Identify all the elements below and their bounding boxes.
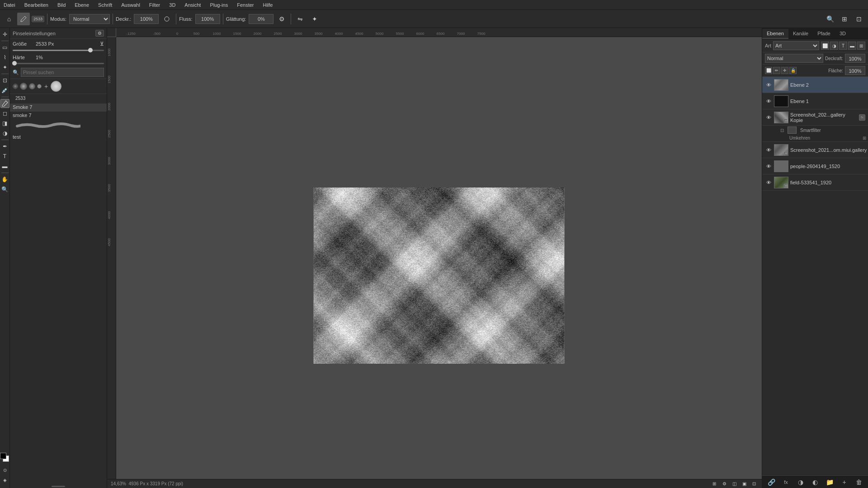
layer-item-screenshot-kopie[interactable]: 👁 ⊞ Screenshot_202...gallery Kopie fx [762, 109, 868, 126]
layer-visibility-screenshot-kopie[interactable]: 👁 [765, 114, 772, 121]
lock-pixels-btn[interactable]: ✏ [773, 67, 780, 74]
preset-5[interactable] [51, 81, 61, 92]
menu-item-3d[interactable]: 3D [167, 1, 177, 9]
layer-fx-icon[interactable]: fx [859, 114, 865, 121]
canvas-viewport[interactable] [116, 37, 762, 479]
status-icon-3[interactable]: ◫ [730, 480, 738, 488]
preset-4[interactable] [37, 84, 42, 89]
filter-icon-text[interactable]: T [839, 42, 847, 50]
crop-tool[interactable]: ⊡ [0, 76, 9, 85]
status-icon-5[interactable]: ⊡ [750, 480, 758, 488]
smartfilter-item[interactable]: ⊡ Smartfilter [778, 126, 868, 135]
menu-item-ansicht[interactable]: Ansicht [183, 1, 203, 9]
fill-value[interactable]: 100% [845, 66, 865, 75]
flow-input[interactable] [195, 14, 220, 24]
preset-1[interactable] [13, 84, 18, 89]
filter-icon-pixel[interactable]: ⬜ [821, 42, 829, 50]
hardness-slider-thumb[interactable] [12, 61, 17, 66]
magic-wand-tool[interactable]: ✦ [0, 63, 9, 72]
marquee-tool[interactable]: ▭ [0, 43, 9, 52]
foreground-color[interactable] [0, 453, 6, 459]
menu-item-hilfe[interactable]: Hilfe [261, 1, 274, 9]
menu-item-datei[interactable]: Datei [2, 1, 17, 9]
brush-search-input[interactable] [21, 68, 104, 77]
layer-visibility-field[interactable]: 👁 [765, 179, 772, 186]
tab-ebenen[interactable]: Ebenen [762, 29, 788, 39]
home-button[interactable]: ⌂ [3, 13, 15, 25]
add-mask-btn[interactable]: ◑ [796, 478, 805, 487]
layer-item-ebene2[interactable]: 👁 Ebene 2 [762, 77, 868, 93]
hand-tool[interactable]: ✋ [0, 175, 9, 184]
menu-item-schrift[interactable]: Schrift [96, 1, 114, 9]
opacity-input[interactable] [134, 14, 159, 24]
masks-button[interactable]: ⊙ [0, 465, 9, 474]
gradient-tool[interactable]: ◨ [0, 119, 9, 128]
brush-size-expand[interactable]: ⊻ [100, 41, 104, 47]
size-slider-thumb[interactable] [88, 48, 93, 52]
link-layers-btn[interactable]: 🔗 [767, 478, 776, 487]
text-tool[interactable]: T [0, 152, 9, 161]
brush-tool[interactable] [0, 99, 9, 108]
filter-icon-smart[interactable]: ⊞ [857, 42, 865, 50]
symmetry-button[interactable]: ⇋ [294, 13, 307, 25]
zoom-tool[interactable]: 🔍 [0, 185, 9, 194]
eyedropper-tool[interactable]: 💉 [0, 86, 9, 95]
adjustment-btn[interactable]: ◐ [811, 478, 820, 487]
layer-visibility-ebene1[interactable]: 👁 [765, 98, 772, 105]
pressure-button[interactable]: ✦ [308, 13, 321, 25]
brush-item-smoke7[interactable]: smoke 7 [10, 112, 107, 133]
lock-position-btn[interactable]: ✛ [781, 67, 788, 74]
preset-3[interactable] [29, 83, 35, 89]
shape-tool[interactable]: ▬ [0, 162, 9, 171]
tab-kanaele[interactable]: Kanäle [788, 29, 813, 39]
add-preset-button[interactable]: + [43, 84, 49, 89]
menu-item-filter[interactable]: Filter [147, 1, 162, 9]
preset-2[interactable] [20, 83, 27, 90]
blend-mode-select[interactable]: Normal Auflösen Multiplizieren [765, 54, 823, 63]
brush-options-button[interactable] [160, 13, 173, 25]
tab-pfade[interactable]: Pfade [813, 29, 835, 39]
dodge-tool[interactable]: ◑ [0, 129, 9, 138]
menu-item-auswahl[interactable]: Auswahl [119, 1, 142, 9]
status-icon-1[interactable]: ⊞ [710, 480, 718, 488]
brush-tool-button[interactable] [17, 13, 30, 25]
arrange-button[interactable]: ⊡ [853, 13, 865, 25]
layer-item-field[interactable]: 👁 ⊞ field-533541_1920 [762, 174, 868, 191]
opacity-value[interactable]: 100% [845, 54, 865, 63]
filter-icon-shape[interactable]: ▬ [848, 42, 856, 50]
layer-item-people[interactable]: 👁 people-2604149_1520 [762, 158, 868, 174]
menu-item-fenster[interactable]: Fenster [235, 1, 255, 9]
brush-settings-btn[interactable]: ⚙ [95, 30, 104, 37]
layer-visibility-ebene2[interactable]: 👁 [765, 81, 772, 89]
channel-button[interactable]: ◈ [0, 475, 9, 484]
smartfilter-effect-item[interactable]: Umkehren ⊞ [778, 135, 868, 141]
hardness-slider-track[interactable] [13, 63, 104, 64]
eraser-tool[interactable]: ◻ [0, 109, 9, 118]
status-icon-2[interactable]: ⚙ [720, 480, 728, 488]
smooth-input[interactable] [249, 14, 274, 24]
layer-item-screenshot2021[interactable]: 👁 ⊞ Screenshot_2021...om.miui.gallery [762, 142, 868, 158]
scroll-bar[interactable] [52, 486, 65, 487]
brush-group-smoke7[interactable]: Smoke 7 [10, 103, 107, 112]
layer-visibility-screenshot2021[interactable]: 👁 [765, 146, 772, 154]
layer-item-ebene1[interactable]: 👁 Ebene 1 [762, 93, 868, 109]
group-btn[interactable]: 📁 [825, 478, 834, 487]
pen-tool[interactable]: ✒ [0, 142, 9, 151]
move-tool[interactable]: ✛ [0, 30, 9, 39]
layer-visibility-people[interactable]: 👁 [765, 163, 772, 170]
smooth-settings-button[interactable]: ⚙ [275, 13, 288, 25]
mode-select[interactable]: Normal Auflösen [69, 14, 110, 24]
menu-item-bild[interactable]: Bild [56, 1, 67, 9]
menu-item-plugins[interactable]: Plug-ins [208, 1, 230, 9]
zoom-fit-button[interactable]: ⊞ [838, 13, 851, 25]
filter-icon-adjust[interactable]: ◑ [830, 42, 838, 50]
menu-item-bearbeiten[interactable]: Bearbeiten [23, 1, 50, 9]
lock-transparent-btn[interactable]: ⬜ [765, 67, 772, 74]
brush-list[interactable]: Smoke 7 smoke 7 test [10, 103, 107, 484]
new-layer-btn[interactable]: + [840, 478, 849, 487]
size-slider-track[interactable] [13, 50, 104, 51]
status-icon-4[interactable]: ▣ [740, 480, 748, 488]
lasso-tool[interactable]: ⌇ [0, 53, 9, 62]
menu-item-ebene[interactable]: Ebene [73, 1, 91, 9]
delete-layer-btn[interactable]: 🗑 [854, 478, 863, 487]
